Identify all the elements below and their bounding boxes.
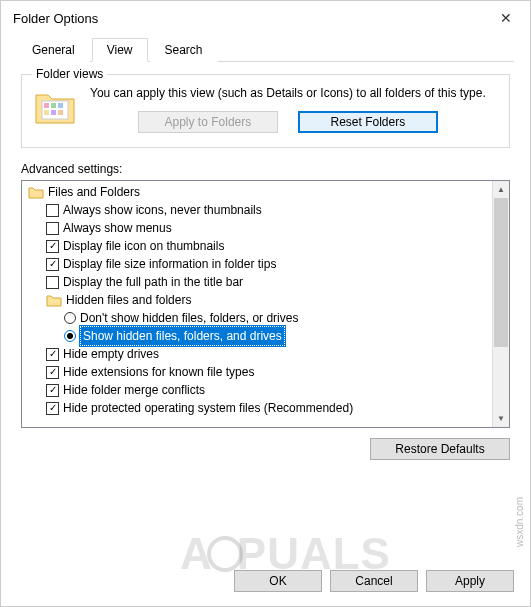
tree-item-always-menus[interactable]: Always show menus <box>26 219 488 237</box>
checkbox-icon: ✓ <box>46 384 59 397</box>
restore-defaults-button[interactable]: Restore Defaults <box>370 438 510 460</box>
dialog-title: Folder Options <box>13 11 98 26</box>
advanced-settings-tree[interactable]: Files and Folders Always show icons, nev… <box>21 180 510 428</box>
folder-options-dialog: Folder Options ✕ General View Search Fol… <box>0 0 531 607</box>
scroll-thumb[interactable] <box>494 198 508 346</box>
apply-button[interactable]: Apply <box>426 570 514 592</box>
tree-label: Hide extensions for known file types <box>63 363 254 381</box>
checkbox-icon: ✓ <box>46 348 59 361</box>
checkbox-icon: ✓ <box>46 366 59 379</box>
radio-icon <box>64 312 76 324</box>
close-button[interactable]: ✕ <box>486 4 526 32</box>
svg-rect-4 <box>44 110 49 115</box>
tree-label: Display file size information in folder … <box>63 255 276 273</box>
tab-search[interactable]: Search <box>150 38 218 62</box>
svg-rect-2 <box>51 103 56 108</box>
tabstrip: General View Search <box>17 37 514 62</box>
tree-group-hidden-files[interactable]: Hidden files and folders <box>26 291 488 309</box>
svg-rect-1 <box>44 103 49 108</box>
tree-label: Always show menus <box>63 219 172 237</box>
folder-views-desc: You can apply this view (such as Details… <box>90 85 486 101</box>
tree-label: Always show icons, never thumbnails <box>63 201 262 219</box>
tree-item-hide-extensions[interactable]: ✓ Hide extensions for known file types <box>26 363 488 381</box>
checkbox-icon <box>46 276 59 289</box>
tree-radio-show-hidden[interactable]: Show hidden files, folders, and drives <box>26 327 488 345</box>
tree-item-hide-merge-conflicts[interactable]: ✓ Hide folder merge conflicts <box>26 381 488 399</box>
view-panel: Folder views You can apply this view (su… <box>1 62 530 562</box>
tree-content: Files and Folders Always show icons, nev… <box>22 181 492 427</box>
folder-icon <box>34 87 78 127</box>
folder-views-group: Folder views You can apply this view (su… <box>21 74 510 148</box>
tree-group-files-folders[interactable]: Files and Folders <box>26 183 488 201</box>
folder-views-text: You can apply this view (such as Details… <box>90 85 486 133</box>
folder-icon <box>46 293 62 307</box>
checkbox-icon <box>46 204 59 217</box>
tree-label: Files and Folders <box>48 183 140 201</box>
tree-label: Hide protected operating system files (R… <box>63 399 353 417</box>
tree-label: Display the full path in the title bar <box>63 273 243 291</box>
checkbox-icon: ✓ <box>46 258 59 271</box>
tree-item-file-icon-thumb[interactable]: ✓ Display file icon on thumbnails <box>26 237 488 255</box>
tab-general[interactable]: General <box>17 38 90 62</box>
tree-item-file-size-tips[interactable]: ✓ Display file size information in folde… <box>26 255 488 273</box>
ok-button[interactable]: OK <box>234 570 322 592</box>
cancel-button[interactable]: Cancel <box>330 570 418 592</box>
folder-views-legend: Folder views <box>32 67 107 81</box>
scroll-up-icon[interactable]: ▲ <box>493 181 509 198</box>
tab-view[interactable]: View <box>92 38 148 62</box>
close-icon: ✕ <box>500 10 512 26</box>
tree-item-always-icons[interactable]: Always show icons, never thumbnails <box>26 201 488 219</box>
checkbox-icon: ✓ <box>46 240 59 253</box>
tree-scrollbar[interactable]: ▲ ▼ <box>492 181 509 427</box>
titlebar: Folder Options ✕ <box>1 1 530 35</box>
tree-label: Display file icon on thumbnails <box>63 237 224 255</box>
tree-item-hide-os-files[interactable]: ✓ Hide protected operating system files … <box>26 399 488 417</box>
tree-label: Show hidden files, folders, and drives <box>80 326 285 346</box>
svg-rect-5 <box>51 110 56 115</box>
tree-label: Hide empty drives <box>63 345 159 363</box>
tree-item-full-path-title[interactable]: Display the full path in the title bar <box>26 273 488 291</box>
tree-label: Hide folder merge conflicts <box>63 381 205 399</box>
radio-icon <box>64 330 76 342</box>
folder-icon <box>28 185 44 199</box>
reset-folders-button[interactable]: Reset Folders <box>298 111 438 133</box>
tree-label: Don't show hidden files, folders, or dri… <box>80 309 298 327</box>
svg-rect-3 <box>58 103 63 108</box>
svg-rect-6 <box>58 110 63 115</box>
dialog-button-row: OK Cancel Apply <box>1 562 530 606</box>
tree-radio-dont-show-hidden[interactable]: Don't show hidden files, folders, or dri… <box>26 309 488 327</box>
scroll-down-icon[interactable]: ▼ <box>493 410 509 427</box>
tree-item-hide-empty-drives[interactable]: ✓ Hide empty drives <box>26 345 488 363</box>
apply-to-folders-button[interactable]: Apply to Folders <box>138 111 278 133</box>
checkbox-icon <box>46 222 59 235</box>
scroll-track[interactable] <box>493 198 509 410</box>
tree-label: Hidden files and folders <box>66 291 191 309</box>
advanced-settings-label: Advanced settings: <box>21 162 510 176</box>
checkbox-icon: ✓ <box>46 402 59 415</box>
